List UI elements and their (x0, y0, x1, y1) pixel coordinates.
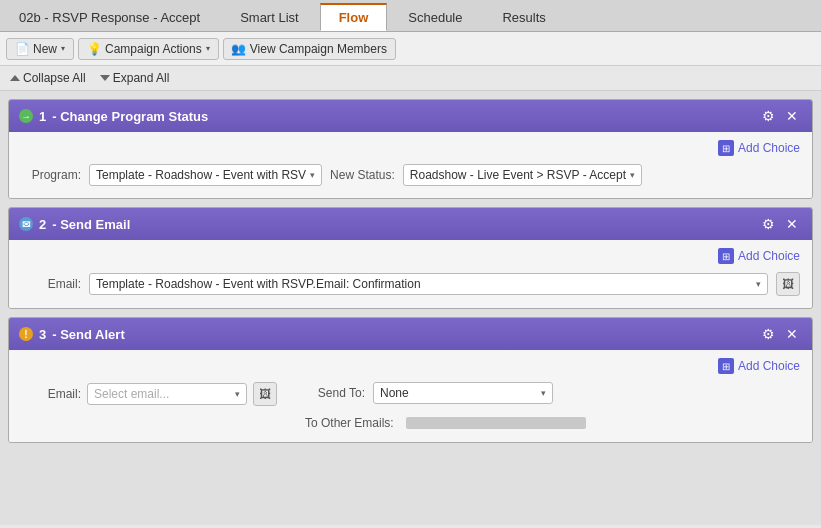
step-1-program-select[interactable]: Template - Roadshow - Event with RSV ▾ (89, 164, 322, 186)
step-1-field-row: Program: Template - Roadshow - Event wit… (21, 164, 800, 186)
step-1-label: 1 (39, 109, 46, 124)
step-1-add-choice-label: Add Choice (738, 141, 800, 155)
step-3-otheremails-label: To Other Emails: (305, 416, 394, 430)
step-1-icon: → (19, 109, 33, 123)
step-1-add-choice-button[interactable]: ⊞ Add Choice (718, 140, 800, 156)
view-members-label: View Campaign Members (250, 42, 387, 56)
step-3-sendto-label: Send To: (305, 386, 365, 400)
step-2-header: ✉ 2 - Send Email ⚙ ✕ (9, 208, 812, 240)
step-3-sendto-row: Send To: None ▾ (305, 382, 586, 404)
step-3-title: ! 3 - Send Alert (19, 327, 125, 342)
tab-smartlist[interactable]: Smart List (221, 3, 318, 31)
step-3-email-icon-button[interactable]: 🖼 (253, 382, 277, 406)
step-2-body: ⊞ Add Choice Email: Template - Roadshow … (9, 240, 812, 308)
campaign-actions-icon: 💡 (87, 42, 101, 56)
step-2-email-arrow: ▾ (756, 279, 761, 289)
step-2-email-select[interactable]: Template - Roadshow - Event with RSVP.Em… (89, 273, 768, 295)
collapse-bar: Collapse All Expand All (0, 66, 821, 91)
step-1-actions: ⚙ ✕ (758, 106, 802, 126)
step-3-settings-button[interactable]: ⚙ (758, 324, 778, 344)
step-1-add-choice-row: ⊞ Add Choice (21, 140, 800, 156)
new-icon: 📄 (15, 42, 29, 56)
flow-content: → 1 - Change Program Status ⚙ ✕ ⊞ Add Ch… (0, 91, 821, 525)
step-1-body: ⊞ Add Choice Program: Template - Roadsho… (9, 132, 812, 198)
expand-all-label: Expand All (113, 71, 170, 85)
expand-arrow-icon (100, 75, 110, 81)
step-2-email-label: Email: (21, 277, 81, 291)
step-1-newstatus-label: New Status: (330, 168, 395, 182)
step-1-title: → 1 - Change Program Status (19, 109, 208, 124)
step-3-body: ⊞ Add Choice Email: Select email... ▾ 🖼 (9, 350, 812, 442)
step-3-number: 3 (39, 327, 46, 342)
step-1-title-text: - Change Program Status (52, 109, 208, 124)
flow-step-1: → 1 - Change Program Status ⚙ ✕ ⊞ Add Ch… (8, 99, 813, 199)
campaign-actions-button[interactable]: 💡 Campaign Actions ▾ (78, 38, 219, 60)
step-2-title-text: - Send Email (52, 217, 130, 232)
step-3-add-choice-row: ⊞ Add Choice (21, 358, 800, 374)
add-choice-icon-1: ⊞ (718, 140, 734, 156)
step-3-sendto-value: None (380, 386, 409, 400)
step-3-email-select[interactable]: Select email... ▾ (87, 383, 247, 405)
add-choice-icon-3: ⊞ (718, 358, 734, 374)
tab-bar: 02b - RSVP Response - Accept Smart List … (0, 0, 821, 32)
flow-step-2: ✉ 2 - Send Email ⚙ ✕ ⊞ Add Choice Email:… (8, 207, 813, 309)
view-members-icon: 👥 (232, 42, 246, 56)
new-dropdown-arrow: ▾ (61, 44, 65, 53)
step-3-add-choice-label: Add Choice (738, 359, 800, 373)
new-label: New (33, 42, 57, 56)
step-1-program-value: Template - Roadshow - Event with RSV (96, 168, 306, 182)
step-3-main-row: Email: Select email... ▾ 🖼 Send To: None… (21, 382, 800, 430)
tab-results[interactable]: Results (483, 3, 564, 31)
step-2-email-value: Template - Roadshow - Event with RSVP.Em… (96, 277, 421, 291)
step-2-field-row: Email: Template - Roadshow - Event with … (21, 272, 800, 296)
new-button[interactable]: 📄 New ▾ (6, 38, 74, 60)
step-3-actions: ⚙ ✕ (758, 324, 802, 344)
step-3-sendto-select[interactable]: None ▾ (373, 382, 553, 404)
step-2-icon: ✉ (19, 217, 33, 231)
step-2-add-choice-row: ⊞ Add Choice (21, 248, 800, 264)
tab-schedule[interactable]: Schedule (389, 3, 481, 31)
step-2-settings-button[interactable]: ⚙ (758, 214, 778, 234)
step-3-title-text: - Send Alert (52, 327, 124, 342)
step-1-newstatus-select[interactable]: Roadshow - Live Event > RSVP - Accept ▾ (403, 164, 642, 186)
campaign-actions-label: Campaign Actions (105, 42, 202, 56)
view-campaign-members-button[interactable]: 👥 View Campaign Members (223, 38, 396, 60)
step-2-title: ✉ 2 - Send Email (19, 217, 130, 232)
step-1-newstatus-arrow: ▾ (630, 170, 635, 180)
step-3-icon: ! (19, 327, 33, 341)
collapse-all-button[interactable]: Collapse All (10, 71, 86, 85)
step-1-settings-button[interactable]: ⚙ (758, 106, 778, 126)
step-3-otheremails-value (406, 417, 586, 429)
step-3-add-choice-button[interactable]: ⊞ Add Choice (718, 358, 800, 374)
collapse-all-label: Collapse All (23, 71, 86, 85)
step-2-add-choice-label: Add Choice (738, 249, 800, 263)
step-1-newstatus-value: Roadshow - Live Event > RSVP - Accept (410, 168, 626, 182)
step-2-close-button[interactable]: ✕ (782, 214, 802, 234)
step-2-number: 2 (39, 217, 46, 232)
campaign-actions-dropdown-arrow: ▾ (206, 44, 210, 53)
toolbar: 📄 New ▾ 💡 Campaign Actions ▾ 👥 View Camp… (0, 32, 821, 66)
collapse-arrow-icon (10, 75, 20, 81)
step-1-close-button[interactable]: ✕ (782, 106, 802, 126)
flow-step-3: ! 3 - Send Alert ⚙ ✕ ⊞ Add Choice Email: (8, 317, 813, 443)
step-2-email-icon-button[interactable]: 🖼 (776, 272, 800, 296)
step-3-email-placeholder: Select email... (94, 387, 169, 401)
step-3-close-button[interactable]: ✕ (782, 324, 802, 344)
step-3-email-label: Email: (21, 387, 81, 401)
step-1-program-label: Program: (21, 168, 81, 182)
expand-all-button[interactable]: Expand All (100, 71, 170, 85)
step-2-add-choice-button[interactable]: ⊞ Add Choice (718, 248, 800, 264)
tab-flow[interactable]: Flow (320, 3, 388, 31)
step-2-actions: ⚙ ✕ (758, 214, 802, 234)
step-3-sendto-arrow: ▾ (541, 388, 546, 398)
step-3-otheremails-row: To Other Emails: (305, 416, 586, 430)
step-3-email-arrow: ▾ (235, 389, 240, 399)
step-3-header: ! 3 - Send Alert ⚙ ✕ (9, 318, 812, 350)
tab-campaign[interactable]: 02b - RSVP Response - Accept (0, 3, 219, 31)
add-choice-icon-2: ⊞ (718, 248, 734, 264)
step-1-program-arrow: ▾ (310, 170, 315, 180)
step-1-header: → 1 - Change Program Status ⚙ ✕ (9, 100, 812, 132)
